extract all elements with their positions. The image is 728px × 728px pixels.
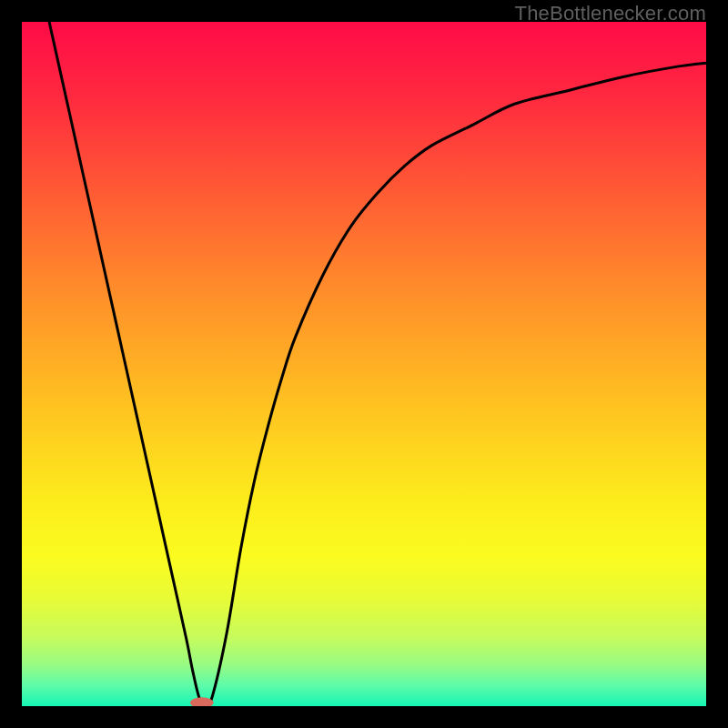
chart-frame xyxy=(22,22,706,706)
bottleneck-chart xyxy=(22,22,706,706)
